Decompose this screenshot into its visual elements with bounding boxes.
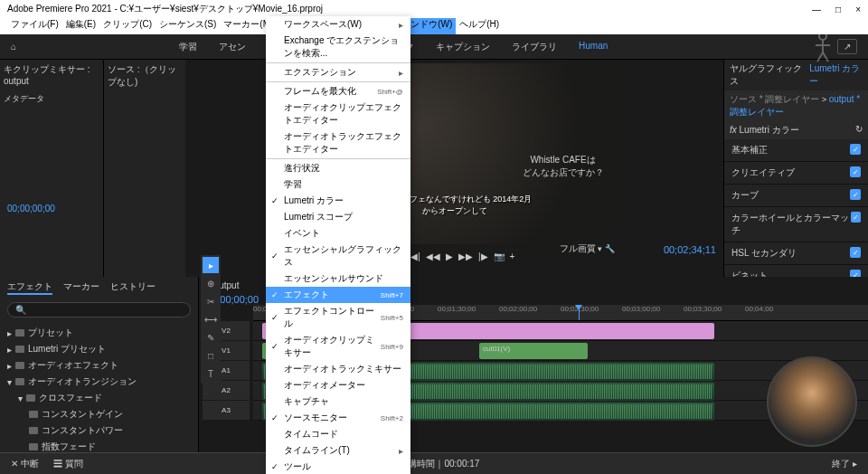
track-label[interactable]: A2 — [203, 381, 250, 400]
tree-item-6[interactable]: コンスタントパワー — [7, 422, 191, 439]
menu-item-17[interactable]: ✓エフェクトコントロールShift+5 — [266, 303, 410, 332]
preview-quality[interactable]: フル画質 ▾ 🔧 — [560, 242, 615, 255]
tool-palette: ▸⊕✂⟷✎□T — [201, 255, 221, 384]
source-panel: ソース :（クリップなし) — [104, 60, 185, 277]
watermark-icon — [805, 27, 841, 63]
tool-6[interactable]: T — [203, 365, 219, 382]
lumetri-section-1[interactable]: クリエイティブ✓ — [724, 162, 868, 185]
tab-history[interactable]: ヒストリー — [110, 280, 156, 295]
left-panel: キクリップミキサー : output メタデータ 00;00;00;00 — [0, 60, 104, 277]
play-icon[interactable]: ▶ — [446, 251, 453, 261]
tool-0[interactable]: ▸ — [203, 257, 219, 273]
menu-item-10[interactable]: 学習 — [266, 176, 410, 193]
menubar: ファイル(F)編集(E)クリップ(C)シーケンス(S)マーカー(M)グラフィック… — [0, 18, 868, 34]
menu-item-16[interactable]: ✓エフェクトShift+7 — [266, 287, 410, 303]
tab-metadata[interactable]: メタデータ — [0, 90, 103, 109]
ruler-tick: 00;03;00;00 — [622, 305, 660, 313]
window-menu-dropdown: ワークスペース(W)▸Exchange でエクステンションを検索...エクステン… — [266, 16, 410, 474]
menu-item-11[interactable]: ✓Lumetri カラー — [266, 193, 410, 209]
workspace-tab-0[interactable]: 学習 — [179, 41, 197, 53]
menu-item-20[interactable]: オーディオメーター — [266, 377, 410, 393]
window-minimize[interactable]: — — [812, 5, 821, 14]
abort-button[interactable]: ✕ 中断 — [11, 458, 39, 470]
lumetri-section-2[interactable]: カーブ✓ — [724, 185, 868, 207]
window-close[interactable]: × — [855, 5, 861, 14]
checkbox-icon[interactable]: ✓ — [850, 166, 861, 177]
tool-5[interactable]: □ — [203, 347, 219, 364]
tool-2[interactable]: ✂ — [203, 293, 219, 309]
menu-item-1[interactable]: Exchange でエクステンションを検索... — [266, 33, 410, 62]
menu-item-21[interactable]: キャプチャ — [266, 393, 410, 410]
menu-item-24[interactable]: タイムライン(T)▸ — [266, 442, 410, 459]
tree-item-0[interactable]: ▸プリセット — [7, 325, 191, 341]
effects-search[interactable] — [7, 302, 191, 318]
lumetri-section-4[interactable]: HSL セカンダリ✓ — [724, 242, 868, 265]
tree-item-2[interactable]: ▸オーディオエフェクト — [7, 357, 191, 374]
tab-essential-graphics[interactable]: ヤルグラフィックス — [730, 62, 802, 88]
workspace-tab-6[interactable]: キャプション — [436, 41, 490, 53]
menu-item-14[interactable]: ✓エッセンシャルグラフィックス — [266, 242, 410, 270]
step-fwd-icon[interactable]: |▶ — [478, 251, 488, 261]
rewind-icon[interactable]: ◀◀ — [426, 251, 440, 261]
checkbox-icon[interactable]: ✓ — [850, 144, 861, 155]
source-tab[interactable]: ソース :（クリップなし) — [108, 64, 176, 87]
plus-icon[interactable]: + — [510, 251, 515, 261]
menu-item-13[interactable]: イベント — [266, 225, 410, 242]
step-back-icon[interactable]: ◀| — [410, 251, 420, 261]
tab-clip-mixer[interactable]: キクリップミキサー : output — [4, 63, 99, 86]
app-title: Adobe Premiere Pro 2021 - C:¥ユーザー¥siest¥… — [7, 3, 323, 15]
checkbox-icon[interactable]: ✓ — [850, 189, 861, 200]
menu-item-0[interactable]: ワークスペース(W)▸ — [266, 16, 410, 33]
menu-item-6[interactable]: オーディオクリップエフェクトエディター — [266, 100, 410, 128]
tab-effects[interactable]: エフェクト — [7, 280, 52, 295]
checkbox-icon[interactable]: ✓ — [851, 212, 861, 223]
window-maximize[interactable]: □ — [835, 5, 841, 14]
ruler-tick: 00;03;30;00 — [684, 305, 722, 313]
track-label[interactable]: A3 — [203, 401, 250, 420]
menu-item-18[interactable]: ✓オーディオクリップミキサーShift+9 — [266, 332, 410, 361]
question-button[interactable]: ☰ 質問 — [53, 458, 83, 470]
end-button[interactable]: 終了 ▸ — [832, 458, 857, 470]
workspace-tab-1[interactable]: アセン — [219, 41, 246, 53]
menu-item-23[interactable]: タイムコード — [266, 426, 410, 442]
menu-item-15[interactable]: エッセンシャルサウンド — [266, 270, 410, 287]
export-frame-icon[interactable]: 📷 — [494, 251, 505, 261]
tree-item-1[interactable]: ▸Lumetri プリセット — [7, 341, 191, 357]
tab-lumetri[interactable]: Lumetri カラー — [809, 62, 863, 88]
menu-item-3[interactable]: エクステンション▸ — [266, 64, 410, 81]
workspace-tab-8[interactable]: Human — [579, 41, 608, 53]
source-timecode-left: 00;00;00;00 — [7, 204, 55, 213]
titlebar: Adobe Premiere Pro 2021 - C:¥ユーザー¥siest¥… — [0, 0, 868, 18]
menu-item-22[interactable]: ✓ソースモニターShift+2 — [266, 410, 410, 426]
menu-8[interactable]: ヘルプ(H) — [456, 18, 503, 34]
lumetri-section-0[interactable]: 基本補正✓ — [724, 139, 868, 162]
tool-4[interactable]: ✎ — [203, 329, 219, 346]
tool-3[interactable]: ⟷ — [203, 311, 219, 327]
menu-item-7[interactable]: オーディオトラックエフェクトエディター — [266, 128, 410, 157]
menu-3[interactable]: シーケンス(S) — [156, 18, 220, 34]
tree-item-3[interactable]: ▾オーディオトランジション — [7, 374, 191, 390]
presenter-webcam — [767, 356, 857, 447]
tree-item-5[interactable]: コンスタントゲイン — [7, 406, 191, 422]
forward-icon[interactable]: ▶▶ — [458, 251, 473, 261]
menu-2[interactable]: クリップ(C) — [99, 18, 156, 34]
checkbox-icon[interactable]: ✓ — [850, 247, 861, 258]
menu-0[interactable]: ファイル(F) — [7, 18, 62, 34]
caption-overlay-right: Whistle CAFEは どんなお店ですか？ — [523, 154, 604, 179]
lumetri-section-3[interactable]: カラーホイールとカラーマッチ✓ — [724, 207, 868, 242]
tool-1[interactable]: ⊕ — [203, 275, 219, 291]
lumetri-panel: ヤルグラフィックス Lumetri カラー ソース * 調整レイヤー > out… — [723, 60, 868, 277]
menu-item-25[interactable]: ✓ツール — [266, 459, 410, 474]
lumetri-reset-icon[interactable]: ↻ — [855, 124, 863, 137]
menu-item-5[interactable]: フレームを最大化Shift+@ — [266, 83, 410, 100]
playhead[interactable] — [579, 305, 580, 320]
clip[interactable]: cut01(V) — [479, 343, 588, 359]
tab-markers[interactable]: マーカー — [63, 280, 99, 295]
menu-item-19[interactable]: オーディオトラックミキサー — [266, 361, 410, 377]
workspace-tab-7[interactable]: ライブラリ — [512, 41, 557, 53]
menu-1[interactable]: 編集(E) — [62, 18, 99, 34]
tree-item-4[interactable]: ▾クロスフェード — [7, 390, 191, 406]
menu-item-9[interactable]: 進行状況 — [266, 160, 410, 176]
menu-item-12[interactable]: Lumetri スコープ — [266, 209, 410, 225]
home-icon[interactable]: ⌂ — [11, 42, 16, 52]
